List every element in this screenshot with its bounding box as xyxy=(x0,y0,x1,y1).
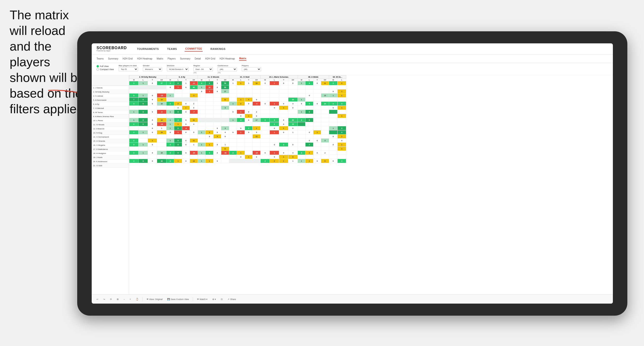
matrix-cell xyxy=(279,147,288,151)
table-row: 40033210141102211110903 xyxy=(129,159,346,163)
matrix-cell: 0 xyxy=(306,93,314,98)
matrix-cell: 27 xyxy=(157,81,166,85)
matrix-area: 1. J Garcia 2. M Kelly Mulcahy 3. S Jeli… xyxy=(92,75,613,295)
subnav-matrix1[interactable]: Matrix xyxy=(156,57,163,60)
matrix-cell: 1 xyxy=(270,151,279,155)
zoom-in-button[interactable]: + xyxy=(128,298,132,301)
matrix-cell xyxy=(174,89,182,93)
matrix-cell: 2 xyxy=(298,151,306,155)
matrix-cell xyxy=(279,110,288,114)
matrix-cell xyxy=(245,151,253,155)
table-row: 010301001 xyxy=(129,106,346,110)
matrix-cell: 0 xyxy=(306,110,314,114)
matrix-cell: 14 xyxy=(157,130,166,135)
matrix-cell: 2 xyxy=(329,81,337,85)
nav-committee[interactable]: COMMITTEE xyxy=(184,46,203,52)
top-nav: SCOREBOARD Powered by clippd TOURNAMENTS… xyxy=(92,43,613,54)
region-select[interactable]: East - DII xyxy=(194,67,213,71)
grid-scroll[interactable]: 2. M Kelly Mulcahy 6. A Dy 11. G Woods 2… xyxy=(129,75,613,295)
matrix-cell xyxy=(245,139,253,143)
save-custom-view-button[interactable]: 💾 Save Custom View xyxy=(166,298,190,301)
matrix-cell: 1 xyxy=(279,155,288,159)
matrix-cell xyxy=(279,85,288,89)
matrix-cell xyxy=(253,106,260,110)
matrix-cell xyxy=(198,126,206,130)
list-item: 1. J Garcia xyxy=(92,86,129,90)
matrix-cell xyxy=(190,89,198,93)
undo-button[interactable]: ↩ xyxy=(96,298,100,301)
matrix-cell xyxy=(129,85,138,89)
zoom-out-button[interactable]: − xyxy=(122,298,126,301)
subnav-summary2[interactable]: Summary xyxy=(180,57,190,60)
matrix-cell xyxy=(298,85,306,89)
subnav-h2h-grid1[interactable]: H2H Grid xyxy=(122,57,133,60)
gender-select[interactable]: Women's xyxy=(143,67,162,71)
matrix-cell xyxy=(306,106,314,110)
grid-button[interactable]: ⊞ xyxy=(116,298,120,301)
comment-button[interactable]: ⊕ ▾ xyxy=(211,298,217,301)
subnav-players[interactable]: Players xyxy=(168,57,176,60)
matrix-cell: 0 xyxy=(245,110,253,114)
view-original-button[interactable]: 👁 View: Original xyxy=(146,298,164,301)
matrix-cell xyxy=(213,106,221,110)
matrix-cell: 0 xyxy=(166,130,174,135)
matrix-cell: -9 xyxy=(157,110,166,114)
subnav-summary1[interactable]: Summary xyxy=(108,57,118,60)
compact-view-radio[interactable]: Compact View xyxy=(96,68,114,71)
subnav-teams[interactable]: Teams xyxy=(96,57,104,60)
max-players-select[interactable]: Top 25 xyxy=(119,67,138,71)
matrix-cell xyxy=(306,135,314,139)
matrix-cell xyxy=(237,159,245,163)
matrix-cell xyxy=(321,135,329,139)
subnav-detail[interactable]: Detail xyxy=(195,57,201,60)
matrix-cell: 0 xyxy=(253,98,260,102)
matrix-cell: 1 xyxy=(182,106,190,110)
matrix-cell xyxy=(306,147,314,151)
subnav-matrix2[interactable]: Matrix xyxy=(239,57,246,61)
nav-teams[interactable]: TEAMS xyxy=(166,46,177,51)
refresh-button[interactable]: ⟳ xyxy=(109,298,113,301)
matrix-cell xyxy=(329,122,337,126)
subnav-h2h-heatmap2[interactable]: H2H Heatmap xyxy=(220,57,235,60)
matrix-cell: 0 xyxy=(329,143,337,147)
conference-select[interactable]: (All) xyxy=(218,67,237,71)
matrix-cell: 2 xyxy=(260,118,270,122)
layout-button[interactable]: ⊡ xyxy=(220,298,224,301)
matrix-cell: 1 xyxy=(166,110,174,114)
nav-rankings[interactable]: RANKINGS xyxy=(210,46,226,51)
matrix-table: 2. M Kelly Mulcahy 6. A Dy 11. G Woods 2… xyxy=(129,75,346,163)
matrix-cell xyxy=(321,98,329,102)
redo-button[interactable]: ↪ xyxy=(102,298,106,301)
matrix-cell: 0 xyxy=(138,110,148,114)
subnav-h2h-grid2[interactable]: H2H Grid xyxy=(205,57,215,60)
matrix-cell xyxy=(206,93,214,98)
matrix-cell xyxy=(321,85,329,89)
matrix-cell: 2 xyxy=(166,159,174,163)
matrix-cell: 7 xyxy=(129,98,138,102)
matrix-cell xyxy=(213,110,221,114)
matrix-cell xyxy=(288,139,298,143)
table-row: 010018 xyxy=(129,155,346,159)
matrix-cell: 1 xyxy=(270,102,279,106)
list-item: 19. J Karth xyxy=(92,156,129,160)
share-button[interactable]: ↗ Share xyxy=(226,298,237,301)
matrix-cell: 4 xyxy=(221,130,229,135)
matrix-cell xyxy=(182,89,190,93)
nav-tournaments[interactable]: TOURNAMENTS xyxy=(136,46,160,51)
matrix-cell: 2 xyxy=(206,130,214,135)
list-item: 12. A Bianchi xyxy=(92,127,129,131)
subnav-h2h-heatmap1[interactable]: H2H Heatmap xyxy=(137,57,152,60)
matrix-cell: 1 xyxy=(221,143,229,147)
division-select[interactable]: NCAA Division II xyxy=(167,67,189,71)
players-select[interactable]: (All) xyxy=(242,67,261,71)
matrix-cell: 0 xyxy=(213,130,221,135)
clock-button[interactable]: ⌚ xyxy=(135,298,140,301)
matrix-cell xyxy=(148,114,157,118)
matrix-cell xyxy=(206,126,214,130)
watch-button[interactable]: 👁 Watch ▾ xyxy=(196,298,208,301)
matrix-cell xyxy=(198,102,206,106)
matrix-cell: 14 xyxy=(190,159,198,163)
matrix-cell xyxy=(237,147,245,151)
matrix-cell xyxy=(206,147,214,151)
full-view-radio[interactable]: Full View xyxy=(96,65,114,67)
